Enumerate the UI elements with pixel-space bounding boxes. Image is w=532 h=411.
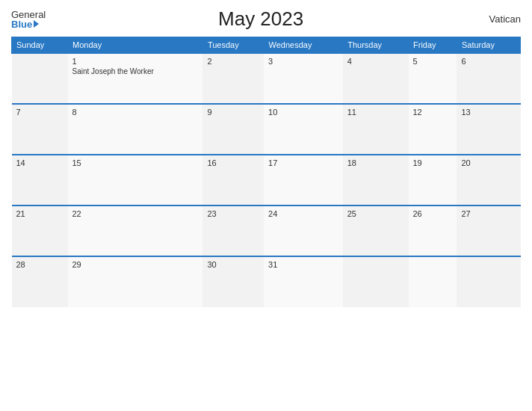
calendar-cell: 4 [343,53,409,104]
calendar-cell [343,256,409,307]
day-number: 2 [207,57,259,66]
calendar-week-row: 14151617181920 [12,155,521,206]
day-number: 30 [207,260,259,269]
calendar-cell: 11 [343,104,409,155]
day-number: 26 [413,209,453,218]
day-number: 12 [413,108,453,117]
calendar-cell: 10 [264,104,343,155]
calendar-cell: 2 [202,53,264,104]
calendar-week-row: 21222324252627 [12,206,521,256]
calendar-cell: 28 [12,256,68,307]
calendar-cell: 19 [409,155,457,206]
header-friday: Friday [409,37,457,54]
holiday-label: Saint Joseph the Worker [72,67,199,75]
calendar-cell: 20 [457,155,520,206]
day-number: 18 [347,158,404,167]
calendar-cell: 22 [68,206,203,256]
day-number: 17 [268,158,338,167]
day-number: 3 [268,57,338,66]
day-number: 8 [72,108,199,117]
calendar-cell: 27 [457,206,520,256]
calendar-cell: 6 [457,53,520,104]
region-label: Vatican [476,13,521,25]
days-header-row: Sunday Monday Tuesday Wednesday Thursday… [12,37,521,54]
logo-general-text: General [11,10,46,19]
day-number: 19 [413,158,453,167]
calendar-cell [457,256,520,307]
day-number: 29 [72,260,199,269]
calendar-cell [12,53,68,104]
calendar-cell: 23 [202,206,264,256]
header: General Blue May 2023 Vatican [11,7,521,31]
header-wednesday: Wednesday [264,37,343,54]
day-number: 22 [72,209,199,218]
calendar-cell: 1Saint Joseph the Worker [68,53,203,104]
calendar-cell: 29 [68,256,203,307]
day-number: 11 [347,108,404,117]
day-number: 27 [461,209,516,218]
day-number: 5 [413,57,453,66]
day-number: 6 [461,57,516,66]
day-number: 7 [16,108,64,117]
logo: General Blue [11,10,46,29]
calendar-cell: 7 [12,104,68,155]
header-tuesday: Tuesday [202,37,264,54]
calendar-week-row: 78910111213 [12,104,521,155]
calendar-cell: 31 [264,256,343,307]
day-number: 9 [207,108,259,117]
day-number: 10 [268,108,338,117]
header-monday: Monday [68,37,203,54]
day-number: 20 [461,158,516,167]
calendar-cell: 24 [264,206,343,256]
calendar-table: Sunday Monday Tuesday Wednesday Thursday… [11,37,521,307]
logo-blue-text: Blue [11,19,39,29]
header-saturday: Saturday [457,37,520,54]
calendar-cell: 14 [12,155,68,206]
day-number: 21 [16,209,64,218]
header-sunday: Sunday [12,37,68,54]
day-number: 25 [347,209,404,218]
day-number: 31 [268,260,338,269]
day-number: 23 [207,209,259,218]
calendar-cell: 13 [457,104,520,155]
calendar-cell: 8 [68,104,203,155]
day-number: 15 [72,158,199,167]
day-number: 24 [268,209,338,218]
header-thursday: Thursday [343,37,409,54]
day-number: 16 [207,158,259,167]
calendar-cell: 25 [343,206,409,256]
calendar-page: General Blue May 2023 Vatican Sunday Mon… [0,0,532,411]
calendar-cell: 12 [409,104,457,155]
calendar-week-row: 1Saint Joseph the Worker23456 [12,53,521,104]
calendar-cell [409,256,457,307]
calendar-cell: 9 [202,104,264,155]
calendar-week-row: 28293031 [12,256,521,307]
calendar-cell: 18 [343,155,409,206]
logo-triangle-icon [34,20,39,28]
calendar-cell: 30 [202,256,264,307]
calendar-cell: 15 [68,155,203,206]
calendar-cell: 16 [202,155,264,206]
day-number: 28 [16,260,64,269]
day-number: 14 [16,158,64,167]
calendar-cell: 5 [409,53,457,104]
calendar-title: May 2023 [46,7,476,31]
day-number: 4 [347,57,404,66]
day-number: 1 [72,57,199,66]
day-number: 13 [461,108,516,117]
calendar-cell: 17 [264,155,343,206]
calendar-cell: 3 [264,53,343,104]
calendar-cell: 21 [12,206,68,256]
calendar-cell: 26 [409,206,457,256]
